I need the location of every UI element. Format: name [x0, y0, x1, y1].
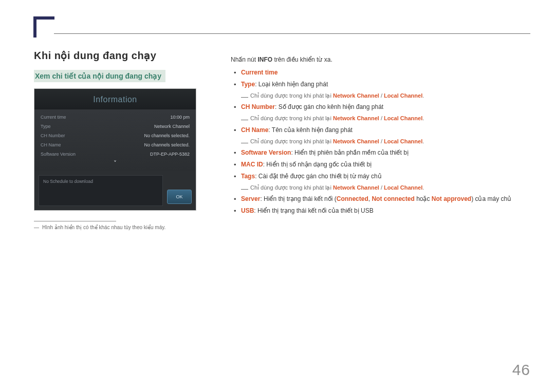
- emphasis: MAC ID: [241, 161, 263, 168]
- information-panel-title: Information: [34, 89, 196, 109]
- info-value: 10:00 pm: [170, 115, 190, 120]
- chevron-down-icon[interactable]: ˅: [38, 159, 193, 169]
- item-text: ) của máy chủ: [471, 195, 511, 202]
- subnote-text: Chỉ dùng được trong khi phát lại: [250, 92, 333, 99]
- emphasis: Local Channel: [384, 184, 422, 191]
- emphasis: Network Channel: [333, 138, 379, 144]
- detail-list: Software Version: Hiển thị phiên bản phầ…: [231, 147, 534, 182]
- emphasis: USB: [241, 207, 254, 214]
- emphasis: Not approved: [432, 195, 471, 202]
- emphasis: Connected: [337, 195, 368, 202]
- emphasis: Tags: [241, 173, 255, 180]
- item-text: hoặc: [415, 195, 432, 202]
- list-item: Software Version: Hiển thị phiên bản phầ…: [231, 147, 534, 158]
- subnote: ―Chỉ dùng được trong khi phát lại Networ…: [231, 114, 534, 123]
- sep: /: [379, 92, 384, 99]
- emphasis: CH Number: [241, 103, 275, 110]
- emphasis: Type: [241, 81, 255, 88]
- info-key: Type: [41, 124, 51, 129]
- emphasis: CH Name: [241, 126, 268, 134]
- detail-list: CH Number: Số được gán cho kênh hiện đan…: [231, 102, 534, 113]
- emphasis: Current time: [241, 69, 278, 76]
- info-row: CH NameNo channels selected.: [38, 140, 193, 150]
- section-subtitle: Xem chi tiết của nội dung đang chạy: [34, 70, 165, 82]
- detail-list: Current time Type: Loại kênh hiện đang p…: [231, 67, 534, 90]
- period: .: [422, 115, 424, 121]
- info-key: CH Number: [41, 133, 65, 138]
- info-key: Current time: [41, 115, 66, 120]
- item-text: : Cài đặt thẻ được gán cho thiết bị từ m…: [255, 173, 381, 180]
- info-value: No channels selected.: [144, 142, 190, 147]
- list-item: Type: Loại kênh hiện đang phát: [231, 79, 534, 90]
- information-panel-footer: No Schedule to download OK: [34, 171, 196, 210]
- footnote-separator: [34, 221, 116, 221]
- page: Khi nội dung đang chạy Xem chi tiết của …: [0, 0, 555, 392]
- corner-ornament: [33, 16, 54, 38]
- subnote-text: Chỉ dùng được trong khi phát lại: [250, 184, 333, 191]
- info-value: Network Channel: [154, 124, 190, 129]
- info-value: DTP-EP-APP-5382: [150, 152, 190, 157]
- intro-line: Nhấn nút INFO trên điều khiển từ xa.: [231, 54, 534, 65]
- item-text: : Hiển thị phiên bản phần mềm của thiết …: [291, 149, 408, 156]
- emphasis: Not connected: [372, 195, 414, 202]
- info-key: CH Name: [41, 142, 61, 147]
- list-item: CH Name: Tên của kênh hiện đang phát: [231, 125, 534, 136]
- left-column: Khi nội dung đang chạy Xem chi tiết của …: [34, 49, 209, 230]
- emphasis: Server: [241, 195, 260, 202]
- info-value: No channels selected.: [144, 133, 190, 138]
- item-text: : Số được gán cho kênh hiện đang phát: [275, 103, 383, 110]
- period: .: [422, 92, 424, 99]
- info-row: CH NumberNo channels selected.: [38, 131, 193, 140]
- info-row: TypeNetwork Channel: [38, 122, 193, 131]
- emphasis: Network Channel: [333, 184, 379, 191]
- right-column: Nhấn nút INFO trên điều khiển từ xa. Cur…: [231, 54, 534, 217]
- emphasis: Local Channel: [384, 92, 422, 99]
- list-item: USB: Hiển thị trạng thái kết nối của thi…: [231, 206, 534, 216]
- emphasis: Network Channel: [333, 115, 379, 121]
- ok-slot: OK: [167, 175, 192, 206]
- info-row: Current time10:00 pm: [38, 113, 193, 122]
- footnote-text: Hình ảnh hiển thị có thể khác nhau tùy t…: [42, 225, 165, 230]
- emphasis: Local Channel: [384, 138, 422, 144]
- page-number: 46: [512, 361, 530, 379]
- info-row: Software VersionDTP-EP-APP-5382: [38, 150, 193, 159]
- sep: /: [379, 138, 384, 144]
- section-title: Khi nội dung đang chạy: [34, 49, 209, 62]
- ok-button[interactable]: OK: [167, 190, 192, 204]
- subnote-text: Chỉ dùng được trong khi phát lại: [250, 138, 333, 144]
- schedule-box: No Schedule to download: [39, 175, 163, 206]
- item-text: : Hiển thị trạng thái kết nối của thiết …: [254, 207, 373, 214]
- top-rule: [54, 33, 530, 34]
- subnote: ―Chỉ dùng được trong khi phát lại Networ…: [231, 91, 534, 101]
- subnote: ―Chỉ dùng được trong khi phát lại Networ…: [231, 137, 534, 146]
- list-item: Server: Hiển thị trạng thái kết nối (Con…: [231, 194, 534, 204]
- subnote: ―Chỉ dùng được trong khi phát lại Networ…: [231, 183, 534, 193]
- period: .: [422, 138, 424, 144]
- item-text: : Hiển thị trạng thái kết nối (: [260, 195, 336, 202]
- item-text: : Loại kênh hiện đang phát: [255, 81, 328, 88]
- sep: /: [379, 184, 384, 191]
- detail-list: CH Name: Tên của kênh hiện đang phát: [231, 125, 534, 136]
- detail-list: Server: Hiển thị trạng thái kết nối (Con…: [231, 194, 534, 216]
- information-panel: Information Current time10:00 pm TypeNet…: [34, 88, 196, 211]
- info-key: Software Version: [41, 152, 76, 157]
- intro-bold: INFO: [257, 56, 272, 63]
- list-item: MAC ID: Hiển thị số nhận dạng gốc của th…: [231, 159, 534, 170]
- item-text: : Tên của kênh hiện đang phát: [268, 126, 353, 134]
- information-panel-body: Current time10:00 pm TypeNetwork Channel…: [34, 109, 196, 171]
- list-item: Tags: Cài đặt thẻ được gán cho thiết bị …: [231, 171, 534, 182]
- emphasis: Software Version: [241, 149, 291, 156]
- sep: /: [379, 115, 384, 121]
- emphasis: Local Channel: [384, 115, 422, 121]
- item-text: : Hiển thị số nhận dạng gốc của thiết bị: [263, 161, 372, 168]
- emphasis: Network Channel: [333, 92, 379, 99]
- subnote-text: Chỉ dùng được trong khi phát lại: [250, 115, 333, 121]
- intro-suffix: trên điều khiển từ xa.: [272, 56, 332, 63]
- footnote: ―Hình ảnh hiển thị có thể khác nhau tùy …: [34, 225, 209, 230]
- list-item: CH Number: Số được gán cho kênh hiện đan…: [231, 102, 534, 113]
- intro-prefix: Nhấn nút: [231, 56, 257, 63]
- period: .: [422, 184, 424, 191]
- list-item: Current time: [231, 67, 534, 78]
